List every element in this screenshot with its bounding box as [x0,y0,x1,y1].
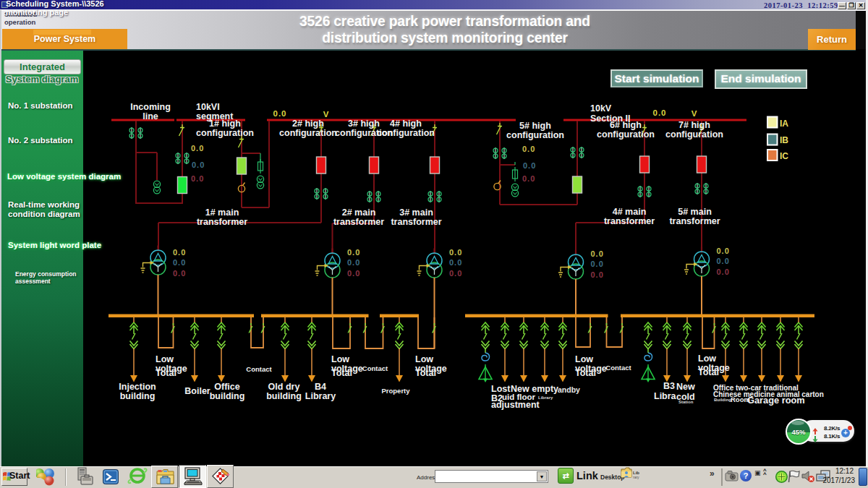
svg-text:Low: Low [156,354,174,364]
svg-text:Station: Station [678,400,694,404]
svg-text:Total: Total [575,368,596,378]
svg-text:IB: IB [780,135,788,145]
svg-text:Library: Library [538,395,553,400]
svg-text:0.0: 0.0 [522,174,535,183]
svg-text:10kV: 10kV [590,103,612,114]
svg-text:configuration: configuration [597,129,655,140]
svg-text:Incoming: Incoming [130,102,171,112]
svg-text:0.0: 0.0 [191,144,204,153]
svg-text:0.0: 0.0 [523,161,536,170]
svg-text:andby: andby [558,385,580,394]
svg-text:configuration: configuration [377,128,435,138]
svg-text:configuration: configuration [279,128,337,138]
svg-text:10kVI: 10kVI [196,102,220,112]
svg-text:Total: Total [698,367,719,377]
svg-text:0.0: 0.0 [717,247,730,255]
svg-text:0.0: 0.0 [192,160,205,169]
svg-text:0.0: 0.0 [717,257,730,265]
svg-text:1# high: 1# high [209,119,241,129]
svg-text:transformer: transformer [669,216,720,226]
svg-text:0.0: 0.0 [522,145,535,153]
svg-text:Old dry: Old dry [268,382,300,392]
svg-text:0.0: 0.0 [449,269,462,278]
svg-text:0.0: 0.0 [653,108,667,117]
svg-text:0.0: 0.0 [449,248,462,257]
svg-text:line: line [142,111,158,121]
svg-text:0.0: 0.0 [173,248,186,257]
svg-text:Total: Total [156,368,176,378]
svg-text:Property: Property [381,387,410,395]
svg-text:rary: rary [633,475,639,479]
svg-text:configuration: configuration [665,129,723,140]
svg-text:Total: Total [331,368,352,378]
svg-text:B4: B4 [315,382,326,392]
svg-text:Contact: Contact [362,364,388,372]
svg-text:0.0: 0.0 [717,267,730,276]
svg-text:0.0: 0.0 [347,248,360,257]
svg-text:4# high: 4# high [390,119,422,129]
svg-text:0.0: 0.0 [591,260,604,268]
svg-text:Low: Low [698,354,716,364]
svg-text:transformer: transformer [604,216,655,226]
svg-text:0.0: 0.0 [591,270,604,279]
svg-text:2# high: 2# high [292,119,324,129]
svg-text:building: building [210,391,245,401]
svg-text:transformer: transformer [333,217,384,227]
svg-text:0.0: 0.0 [347,258,360,267]
svg-text:Building: Building [714,398,731,402]
svg-text:5# high: 5# high [519,121,551,131]
svg-text:transformer: transformer [391,217,441,227]
svg-text:Library: Library [305,391,336,401]
svg-text:IC: IC [780,151,788,161]
svg-text:Low: Low [575,354,593,364]
svg-text:building: building [120,391,156,401]
svg-text:0.0: 0.0 [449,258,462,267]
svg-text:transformer: transformer [197,217,247,227]
svg-text:B3: B3 [663,381,675,391]
svg-text:7# high: 7# high [678,120,710,130]
svg-text:Garage room: Garage room [747,395,805,406]
svg-text:Office: Office [214,382,239,392]
svg-text:0.0: 0.0 [173,269,186,278]
svg-text:Contact: Contact [605,364,631,372]
svg-text:Low: Low [415,354,433,364]
svg-text:Low: Low [331,354,349,364]
svg-text:IA: IA [780,119,788,129]
svg-text:Libra: Libra [654,391,677,401]
svg-text:2# main: 2# main [342,207,376,218]
svg-text:configuration: configuration [196,128,254,138]
svg-text:building: building [266,391,302,401]
svg-text:3# main: 3# main [399,207,433,218]
svg-text:0.0: 0.0 [347,269,360,278]
svg-text:0.0: 0.0 [591,249,604,258]
svg-text:3# high: 3# high [348,119,380,129]
svg-text:6# high: 6# high [610,120,642,130]
svg-text:V: V [692,109,697,118]
svg-text:New: New [676,382,695,392]
svg-text:adjustment: adjustment [491,400,540,410]
svg-text:0.0: 0.0 [191,174,204,183]
svg-text:0.0: 0.0 [173,258,186,267]
svg-text:Boiler: Boiler [184,386,210,396]
svg-text:Total: Total [415,368,436,378]
svg-text:configuration: configuration [506,130,564,140]
svg-text:Contact: Contact [246,365,272,373]
svg-text:Injection: Injection [119,382,156,392]
svg-text:1# main: 1# main [205,207,239,218]
svg-text:V: V [323,110,329,119]
svg-text:0.0: 0.0 [273,109,287,118]
